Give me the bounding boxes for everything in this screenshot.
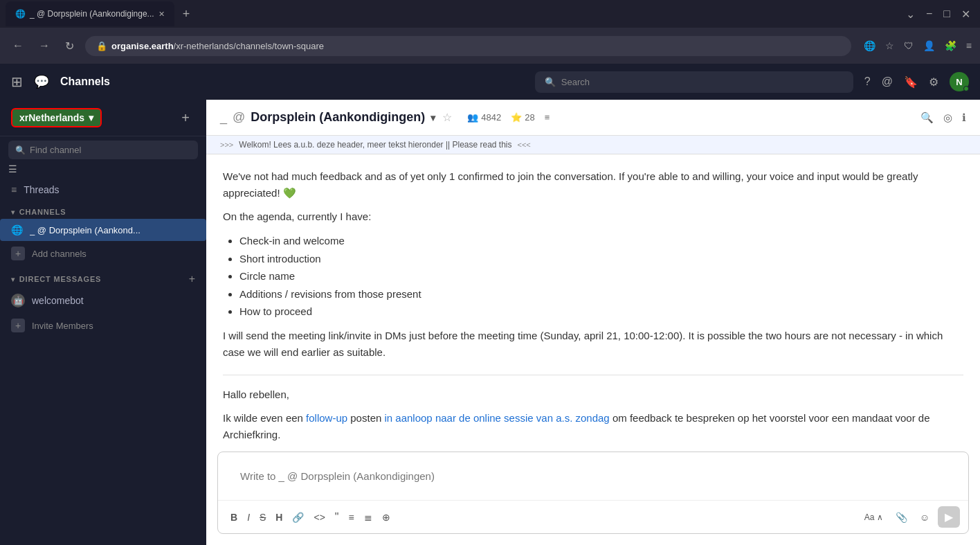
bookmark-star-button[interactable]: ☆	[885, 40, 894, 51]
dm-chevron-icon: ▾	[11, 276, 15, 283]
close-window-button[interactable]: ✕	[957, 5, 974, 24]
active-tab[interactable]: 🌐 _ @ Dorpsplein (Aankondiginge... ✕	[6, 1, 174, 26]
invite-members-icon: +	[11, 319, 25, 332]
channel-chevron-icon[interactable]: ▾	[430, 112, 435, 123]
message-input[interactable]	[229, 461, 957, 492]
sessie-link[interactable]: in aanloop naar de online sessie van a.s…	[384, 412, 609, 424]
agenda-item-4: Additions / revisions from those present	[239, 285, 963, 303]
bookmarks-button[interactable]: 🔖	[904, 75, 918, 89]
channel-globe-icon: 🌐	[11, 224, 23, 235]
bullet-list-button[interactable]: ≡	[345, 509, 359, 526]
more-options-button[interactable]: ⊕	[378, 509, 394, 526]
extensions-button[interactable]: 🧩	[945, 40, 956, 51]
refresh-button[interactable]: ↻	[61, 37, 78, 55]
find-channel-input[interactable]: 🔍 Find channel	[8, 141, 198, 159]
user-avatar-container[interactable]: N	[950, 72, 969, 91]
main-search-area: 🔍 Search	[535, 71, 853, 93]
tab-close-button[interactable]: ✕	[158, 10, 165, 19]
message-2-text: Hallo rebellen, Ik wilde even een follow…	[223, 386, 963, 443]
channels-section-toggle[interactable]: ▾ CHANNELS	[11, 208, 66, 216]
translate-button[interactable]: 🌐	[864, 40, 875, 51]
info-button[interactable]: ℹ	[962, 111, 966, 124]
vpn-button[interactable]: 🛡	[904, 40, 914, 51]
find-channel-placeholder: Find channel	[30, 145, 81, 155]
channels-chevron-icon: ▾	[11, 208, 15, 216]
attachment-button[interactable]: 📎	[891, 509, 911, 526]
code-button[interactable]: <>	[309, 509, 329, 526]
font-size-button[interactable]: Aa ∧	[860, 510, 887, 525]
banner-close-arrows: <<<	[518, 141, 531, 149]
workspace-chevron-icon: ▾	[89, 112, 93, 123]
profile-button[interactable]: 👤	[923, 40, 935, 51]
threads-icon: ≡	[11, 184, 17, 195]
main-search-icon: 🔍	[545, 77, 556, 87]
bold-button[interactable]: B	[226, 509, 242, 526]
user-initials: N	[956, 77, 962, 87]
search-channel-button[interactable]: 🔍	[920, 111, 934, 124]
new-dm-button[interactable]: +	[189, 273, 195, 285]
strikethrough-button[interactable]: S	[255, 509, 270, 526]
channel-name-label[interactable]: Dorpsplein (Aankondigingen)	[251, 110, 425, 125]
tab-list-button[interactable]: ⌄	[902, 5, 919, 24]
sidebar-item-dorpsplein[interactable]: 🌐 _ @ Dorpsplein (Aankond...	[0, 219, 206, 241]
messages-area[interactable]: We've not had much feedback and as of ye…	[206, 154, 980, 445]
sidebar-item-threads[interactable]: ≡ Threads	[0, 179, 206, 201]
welcomebot-avatar: 🤖	[11, 294, 25, 307]
address-bar[interactable]: 🔒 organise.earth/xr-netherlands/channels…	[85, 36, 851, 56]
message-2-body: Ik wilde even een follow-up posten in aa…	[223, 410, 963, 443]
workspace-selector[interactable]: xrNetherlands ▾	[11, 108, 102, 127]
toolbar-right: Aa ∧ 📎 ☺ ▶	[860, 506, 960, 528]
send-button[interactable]: ▶	[938, 506, 960, 528]
filter-button[interactable]: ☰	[8, 163, 17, 175]
add-channels-item[interactable]: + Add channels	[0, 241, 206, 266]
ordered-list-button[interactable]: ≣	[360, 509, 376, 526]
members-icon: 👥	[467, 112, 478, 123]
workspace-name-label: xrNetherlands	[19, 112, 84, 123]
channel-star-icon[interactable]: ☆	[442, 111, 452, 124]
message-1-para-2: On the agenda, currently I have:	[223, 208, 963, 225]
minimize-button[interactable]: −	[922, 5, 936, 23]
agenda-item-2: Short introduction	[239, 250, 963, 268]
green-heart-emoji: 💚	[283, 187, 296, 199]
channel-item-label: _ @ Dorpsplein (Aankond...	[30, 225, 140, 235]
channel-topbar: _ @ Dorpsplein (Aankondigingen) ▾ ☆ 👥 48…	[206, 100, 980, 136]
agenda-item-5: How to proceed	[239, 303, 963, 321]
filter-row: ☰	[0, 161, 206, 179]
tab-favicon: 🌐	[15, 9, 26, 19]
banner-open-arrows: >>>	[220, 141, 233, 149]
description-item[interactable]: ≡	[545, 112, 550, 123]
threads-label: Threads	[24, 184, 59, 195]
topbar-right: 🔍 ◎ ℹ	[920, 111, 966, 124]
new-tab-button[interactable]: +	[177, 4, 196, 24]
app-grid-icon[interactable]: ⊞	[11, 73, 23, 90]
channel-at-sign: @	[233, 110, 245, 125]
dm-section-toggle[interactable]: ▾ DIRECT MESSAGES	[11, 275, 101, 283]
forward-button[interactable]: →	[35, 37, 54, 55]
dm-item-welcomebot[interactable]: 🤖 welcomebot	[0, 288, 206, 313]
emoji-button[interactable]: ☺	[916, 509, 934, 526]
welcomebot-label: welcomebot	[32, 295, 84, 306]
help-button[interactable]: ?	[864, 75, 871, 88]
heading-button[interactable]: H	[271, 509, 287, 526]
channel-banner: >>> Welkom! Lees a.u.b. deze header, mee…	[206, 136, 980, 154]
channel-meta: 👥 4842 ⭐ 28 ≡	[467, 112, 550, 123]
italic-button[interactable]: I	[243, 509, 254, 526]
follow-up-link[interactable]: follow-up	[306, 412, 347, 424]
maximize-button[interactable]: □	[939, 5, 954, 23]
browser-nav-bar: ← → ↻ 🔒 organise.earth/xr-netherlands/ch…	[0, 28, 980, 64]
header-settings-button[interactable]: ⚙	[929, 75, 938, 89]
at-mentions-button[interactable]: @	[882, 75, 893, 88]
quote-button[interactable]: "	[331, 508, 343, 526]
invite-members-item[interactable]: + Invite Members	[0, 313, 206, 338]
link-button[interactable]: 🔗	[288, 509, 308, 526]
invite-members-label: Invite Members	[32, 321, 93, 331]
message-2: Hallo rebellen, Ik wilde even een follow…	[223, 386, 963, 443]
target-button[interactable]: ◎	[943, 111, 952, 124]
menu-button[interactable]: ≡	[966, 40, 972, 51]
back-button[interactable]: ←	[8, 37, 28, 55]
add-workspace-button[interactable]: +	[176, 108, 195, 127]
main-search-box[interactable]: 🔍 Search	[535, 71, 853, 93]
member-count-item[interactable]: 👥 4842	[467, 112, 501, 123]
star-count-item[interactable]: ⭐ 28	[511, 112, 534, 123]
channel-title: _ @ Dorpsplein (Aankondigingen) ▾	[220, 110, 435, 125]
